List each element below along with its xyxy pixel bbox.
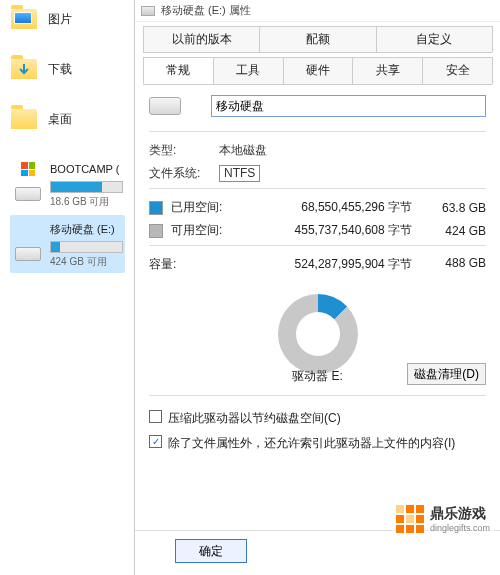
sidebar-item-label: 桌面 — [48, 111, 72, 128]
drive-subtext: 424 GB 可用 — [50, 255, 123, 269]
filesystem-label: 文件系统: — [149, 165, 219, 182]
drive-name-input[interactable] — [211, 95, 486, 117]
type-label: 类型: — [149, 142, 219, 159]
watermark: 鼎乐游戏 dinglegifts.com — [392, 503, 494, 535]
tab-hardware[interactable]: 硬件 — [283, 57, 354, 84]
drive-item-removable[interactable]: 移动硬盘 (E:) 424 GB 可用 — [10, 215, 125, 273]
capacity-bytes: 524,287,995,904 字节 — [239, 256, 426, 273]
sidebar-item-label: 下载 — [48, 61, 72, 78]
dialog-button-row: 确定 — [135, 530, 500, 575]
usage-pie-chart — [278, 294, 358, 374]
downloads-folder-icon — [10, 55, 38, 83]
hdd-icon — [12, 184, 44, 204]
used-swatch-icon — [149, 201, 163, 215]
tab-general[interactable]: 常规 — [143, 57, 214, 84]
tab-sharing[interactable]: 共享 — [352, 57, 423, 84]
hdd-icon — [12, 244, 44, 264]
desktop-folder-icon — [10, 105, 38, 133]
used-space-bytes: 68,550,455,296 字节 — [239, 199, 426, 216]
drive-usage-bar — [50, 181, 123, 193]
general-tab-body: 类型: 本地磁盘 文件系统: NTFS 已用空间: 68,550,455,296… — [135, 85, 500, 530]
sidebar-item-downloads[interactable]: 下载 — [10, 55, 125, 83]
index-checkbox-label: 除了文件属性外，还允许索引此驱动器上文件的内容(I) — [168, 435, 486, 452]
compress-checkbox-label: 压缩此驱动器以节约磁盘空间(C) — [168, 410, 486, 427]
free-space-label: 可用空间: — [171, 222, 239, 239]
explorer-sidebar: 图片 下载 桌面 BOOTCAMP ( — [0, 0, 130, 575]
filesystem-value: NTFS — [219, 165, 260, 182]
tabs-row-1: 以前的版本 配额 自定义 — [143, 26, 492, 53]
ok-button[interactable]: 确定 — [175, 539, 247, 563]
compress-checkbox[interactable] — [149, 410, 162, 423]
sidebar-item-label: 图片 — [48, 11, 72, 28]
disk-cleanup-button[interactable]: 磁盘清理(D) — [407, 363, 486, 385]
drive-name: BOOTCAMP ( — [50, 163, 123, 175]
tab-quota[interactable]: 配额 — [259, 26, 376, 52]
drive-item-bootcamp[interactable]: BOOTCAMP ( 18.6 GB 可用 — [10, 155, 125, 213]
tabs-row-2: 常规 工具 硬件 共享 安全 — [143, 57, 492, 85]
capacity-label: 容量: — [149, 256, 239, 273]
free-space-human: 424 GB — [426, 224, 486, 238]
tab-customize[interactable]: 自定义 — [376, 26, 493, 52]
pictures-folder-icon — [10, 5, 38, 33]
drive-letter-label: 驱动器 E: — [292, 368, 343, 385]
drive-name: 移动硬盘 (E:) — [50, 222, 123, 237]
watermark-logo-icon — [396, 505, 424, 533]
sidebar-item-pictures[interactable]: 图片 — [10, 5, 125, 33]
dialog-titlebar[interactable]: 移动硬盘 (E:) 属性 — [135, 0, 500, 22]
tab-tools[interactable]: 工具 — [213, 57, 284, 84]
tab-security[interactable]: 安全 — [422, 57, 493, 84]
tab-previous-versions[interactable]: 以前的版本 — [143, 26, 260, 52]
used-space-human: 63.8 GB — [426, 201, 486, 215]
drive-subtext: 18.6 GB 可用 — [50, 195, 123, 209]
properties-dialog: 移动硬盘 (E:) 属性 以前的版本 配额 自定义 常规 工具 硬件 共享 安全… — [134, 0, 500, 575]
used-space-label: 已用空间: — [171, 199, 239, 216]
drive-list: BOOTCAMP ( 18.6 GB 可用 移动硬盘 (E:) — [10, 155, 125, 273]
sidebar-item-desktop[interactable]: 桌面 — [10, 105, 125, 133]
free-space-bytes: 455,737,540,608 字节 — [239, 222, 426, 239]
watermark-url: dinglegifts.com — [430, 523, 490, 533]
drive-large-icon — [149, 97, 181, 115]
drive-usage-bar — [50, 241, 123, 253]
type-value: 本地磁盘 — [219, 142, 267, 159]
dialog-title: 移动硬盘 (E:) 属性 — [161, 3, 251, 18]
free-swatch-icon — [149, 224, 163, 238]
windows-flag-icon — [12, 159, 44, 179]
drive-icon — [141, 6, 155, 16]
capacity-human: 488 GB — [426, 256, 486, 273]
index-checkbox[interactable]: ✓ — [149, 435, 162, 448]
watermark-name: 鼎乐游戏 — [430, 505, 486, 521]
